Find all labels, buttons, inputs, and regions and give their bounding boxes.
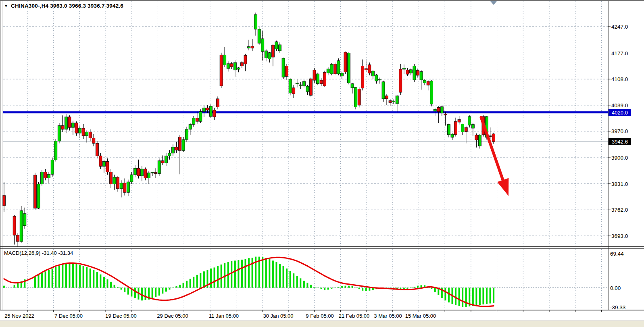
date-axis-label: 9 Feb 05:00 [306,313,333,319]
trend-arrow-shaft[interactable] [481,117,503,181]
macd-indicator-label: MACD(12,26,9) -31.40 -31.34 [4,250,73,256]
trend-arrow-head[interactable] [497,178,509,196]
price-axis-label: 3970.0 [611,128,628,134]
macd-axis-label: 69.44 [610,250,624,256]
candlestick-series [3,12,495,247]
price-axis-label: 4039.0 [611,102,628,108]
horizontal-line-object[interactable] [3,111,608,113]
macd-axis-label: 0.00 [610,285,621,291]
chart-shift-marker-icon[interactable] [490,1,497,5]
date-axis-label: 11 Jan 05:00 [209,313,239,319]
date-axis-label: 29 Dec 05:00 [157,313,188,319]
current-price-label: 3942.6 [609,138,631,145]
date-axis-label: 19 Dec 05:00 [105,313,136,319]
symbol-header: ▼CHINA300-,H4 3963.0 3966.3 3936.7 3942.… [4,3,123,9]
status-bar [0,321,644,327]
price-axis-label: 4247.0 [611,24,628,30]
blue-line-price-label[interactable]: 4020.0 [609,109,631,116]
date-axis-label: 25 Nov 2022 [4,313,34,319]
symbol-ohlc-text: CHINA300-,H4 3963.0 3966.3 3936.7 3942.6 [11,3,123,9]
macd-axis-label: -39.33 [610,304,625,310]
date-axis-label: 3 Mar 05:00 [374,313,402,319]
date-axis-label: 15 Mar 05:00 [405,313,436,319]
chevron-down-icon[interactable]: ▼ [4,4,8,8]
macd-histogram [3,257,494,307]
date-axis-label: 21 Feb 05:00 [339,313,370,319]
trading-chart-window: ▼CHINA300-,H4 3963.0 3966.3 3936.7 3942.… [0,0,644,327]
date-axis-label: 30 Jan 05:00 [263,313,293,319]
price-axis-label: 3831.0 [611,181,628,187]
price-axis-label: 4108.0 [611,76,628,82]
price-axis-label: 3693.0 [611,233,628,239]
price-axis-label: 3762.0 [611,207,628,213]
price-axis-label: 4177.0 [611,50,628,56]
chart-canvas[interactable] [0,0,644,327]
price-axis-label: 3900.0 [611,155,628,161]
date-axis-label: 7 Dec 05:00 [54,313,83,319]
